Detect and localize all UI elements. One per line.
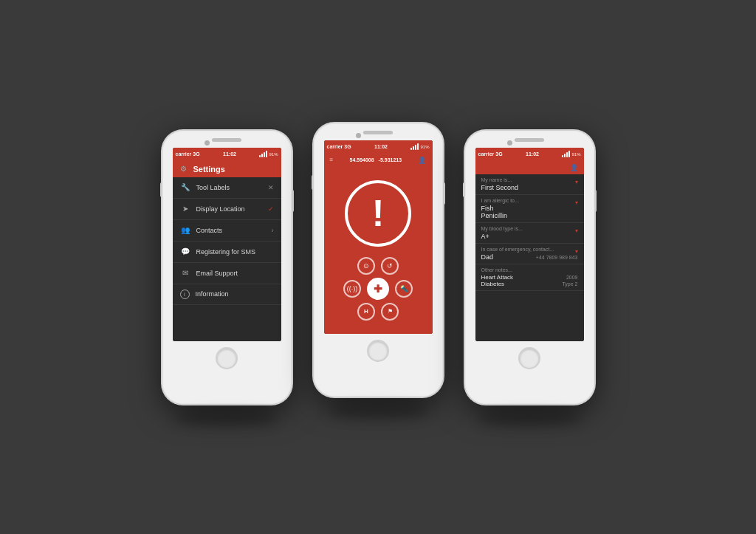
allergy-value: FishPenicillin [481, 205, 578, 219]
display-location-check: ✓ [268, 205, 274, 213]
sms-icon: 💬 [180, 247, 190, 257]
emergency-contact-number: +44 7809 989 843 [536, 255, 578, 260]
side-button-right [292, 190, 294, 212]
home-button-2[interactable] [367, 340, 389, 362]
info-header: 👤 [475, 161, 584, 174]
alert-header: ≡ 54.594008 -5.931213 👤 [324, 154, 433, 167]
info-body: My name is... First Second ▾ I am allerg… [475, 174, 584, 341]
location-icon: ➤ [180, 204, 190, 214]
history-icon[interactable]: ↺ [381, 257, 399, 275]
info-section-allergy[interactable]: I am allergic to... FishPenicillin ▾ [475, 195, 584, 223]
info-section-blood[interactable]: My blood type is... A+ ▾ [475, 223, 584, 244]
alert-screen: carrier 3G 11:02 91% ≡ [324, 140, 433, 334]
radio-icon[interactable]: ((·)) [343, 280, 361, 298]
home-button-1[interactable] [216, 347, 238, 369]
tools-row-1: ⊙ ↺ [357, 257, 399, 275]
information-label: Information [196, 290, 274, 298]
side-button-right-3 [594, 190, 597, 212]
carrier-2: carrier 3G [327, 144, 351, 149]
battery-1: 91% [269, 152, 278, 157]
camera-dot [205, 140, 210, 146]
longitude: -5.931213 [379, 157, 402, 162]
alert-tools: ⊙ ↺ ((·)) ✚ 🔦 H ⚑ [343, 257, 413, 321]
emergency-chevron: ▾ [575, 248, 578, 255]
tools-row-2: ((·)) ✚ 🔦 [343, 278, 413, 300]
user-icon: 👤 [570, 164, 578, 171]
badge-icon[interactable]: ⚑ [381, 303, 399, 321]
speaker-3 [515, 138, 544, 142]
battery-3: 91% [571, 152, 580, 157]
cross-icon[interactable]: ✚ [367, 278, 389, 300]
contacts-label: Contacts [196, 227, 266, 234]
display-location-label: Display Location [196, 205, 262, 213]
menu-item-email-support[interactable]: ✉ Email Support [173, 263, 281, 284]
menu-item-display-location[interactable]: ➤ Display Location ✓ [173, 199, 281, 220]
status-right-2: 91% [410, 143, 429, 150]
info-section-name[interactable]: My name is... First Second ▾ [475, 174, 584, 195]
name-label: My name is... [481, 177, 578, 182]
status-right-1: 91% [259, 151, 278, 157]
alert-phone: carrier 3G 11:02 91% ≡ [314, 123, 443, 397]
sms-label: Registering for SMS [196, 248, 274, 256]
menu-items-list: 🔧 Tool Labels ✕ ➤ Display Location ✓ 👥 C… [173, 177, 281, 341]
alert-circle[interactable]: ! [345, 180, 411, 247]
alert-body: ! ⊙ ↺ ((·)) ✚ 🔦 H [324, 167, 433, 334]
notes-entry-1-name: Heart Attack [481, 274, 514, 281]
status-right-3: 91% [562, 151, 580, 157]
signal-icon [259, 151, 267, 157]
battery-2: 91% [420, 145, 429, 149]
alert-coords: 54.594008 -5.931213 [350, 157, 402, 162]
menu-item-tool-labels[interactable]: 🔧 Tool Labels ✕ [173, 177, 281, 199]
info-section-emergency[interactable]: In case of emergency, contact... Dad +44… [475, 244, 584, 264]
info-section-notes[interactable]: Other notes... Heart Attack 2009 Diabete… [475, 264, 584, 291]
time-3: 11:02 [526, 151, 539, 157]
medical-phone: carrier 3G 11:02 91% 👤 [465, 131, 594, 404]
notes-entry-2: Diabetes Type 2 [481, 281, 578, 287]
menu-item-sms[interactable]: 💬 Registering for SMS [173, 242, 281, 263]
menu-header: ⚙ Settings [173, 161, 281, 177]
camera-dot-2 [356, 133, 361, 138]
mail-icon: ✉ [180, 268, 190, 278]
side-button-right-2 [443, 182, 445, 205]
allergy-label: I am allergic to... [481, 198, 578, 203]
settings-screen: carrier 3G 11:02 91% ⚙ Settings [173, 148, 281, 341]
latitude: 54.594008 [350, 157, 374, 162]
side-button-left [160, 182, 162, 197]
home-button-3[interactable] [518, 347, 540, 369]
blood-chevron: ▾ [575, 227, 578, 234]
phones-container: carrier 3G 11:02 91% ⚙ Settings [162, 131, 594, 404]
notes-entry-1-detail: 2009 [566, 275, 578, 280]
settings-gear-icon: ⚙ [179, 164, 189, 174]
menu-item-information[interactable]: i Information [173, 284, 281, 305]
medical-screen: carrier 3G 11:02 91% 👤 [475, 148, 584, 341]
hospital-icon[interactable]: H [357, 303, 375, 321]
speaker [212, 138, 241, 142]
speaker-2 [363, 131, 393, 134]
carrier-3: carrier 3G [478, 151, 503, 157]
tools-row-3: H ⚑ [357, 303, 399, 321]
signal-icon-2 [410, 143, 419, 150]
menu-item-contacts[interactable]: 👥 Contacts › [173, 220, 281, 242]
side-button-left-2 [312, 175, 314, 190]
tool-labels-label: Tool Labels [196, 184, 262, 191]
profile-icon: 👤 [418, 157, 426, 164]
status-bar-3: carrier 3G 11:02 91% [475, 148, 584, 161]
settings-title: Settings [193, 165, 225, 174]
name-chevron: ▾ [575, 179, 578, 185]
contacts-chevron: › [272, 227, 274, 234]
carrier-1: carrier 3G [176, 151, 200, 157]
settings-phone: carrier 3G 11:02 91% ⚙ Settings [162, 131, 292, 404]
info-icon: i [180, 290, 190, 299]
timer-icon[interactable]: ⊙ [357, 257, 375, 275]
status-bar-1: carrier 3G 11:02 91% [173, 148, 281, 161]
signal-icon-3 [562, 151, 570, 157]
email-support-label: Email Support [196, 270, 274, 277]
status-bar-2: carrier 3G 11:02 91% [324, 140, 433, 154]
time-1: 11:02 [223, 151, 236, 157]
name-value: First Second [481, 184, 578, 191]
side-button-left-3 [463, 182, 465, 197]
emergency-row: Dad +44 7809 989 843 [481, 253, 578, 261]
flashlight-icon[interactable]: 🔦 [395, 280, 413, 298]
contacts-icon: 👥 [180, 225, 190, 236]
notes-entry-2-name: Diabetes [481, 281, 505, 287]
